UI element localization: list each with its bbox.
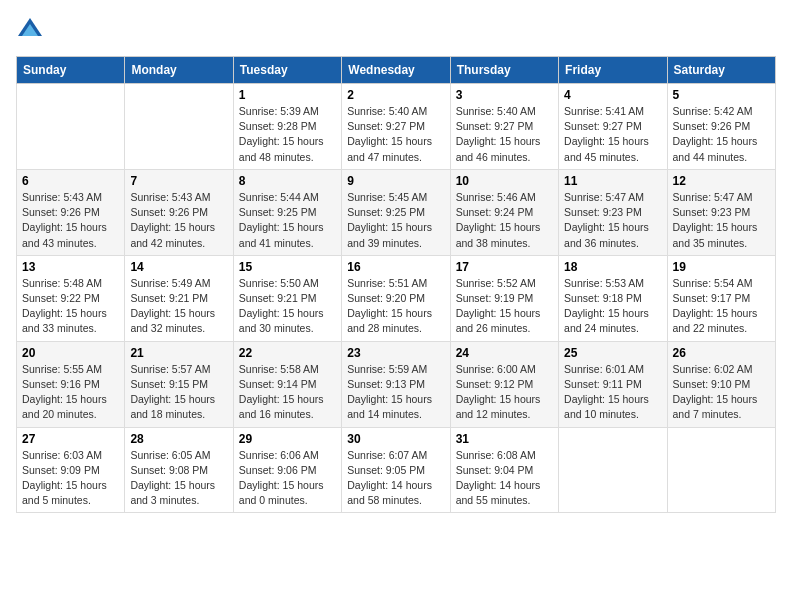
day-info: Sunrise: 5:44 AM Sunset: 9:25 PM Dayligh…: [239, 190, 336, 251]
day-number: 20: [22, 346, 119, 360]
day-info: Sunrise: 5:39 AM Sunset: 9:28 PM Dayligh…: [239, 104, 336, 165]
day-number: 6: [22, 174, 119, 188]
calendar-cell: [559, 427, 667, 513]
day-number: 15: [239, 260, 336, 274]
day-number: 25: [564, 346, 661, 360]
day-info: Sunrise: 5:50 AM Sunset: 9:21 PM Dayligh…: [239, 276, 336, 337]
day-number: 3: [456, 88, 553, 102]
calendar-table: SundayMondayTuesdayWednesdayThursdayFrid…: [16, 56, 776, 513]
day-number: 23: [347, 346, 444, 360]
calendar-cell: 16Sunrise: 5:51 AM Sunset: 9:20 PM Dayli…: [342, 255, 450, 341]
day-info: Sunrise: 6:00 AM Sunset: 9:12 PM Dayligh…: [456, 362, 553, 423]
day-info: Sunrise: 5:59 AM Sunset: 9:13 PM Dayligh…: [347, 362, 444, 423]
calendar-cell: 21Sunrise: 5:57 AM Sunset: 9:15 PM Dayli…: [125, 341, 233, 427]
calendar-cell: 3Sunrise: 5:40 AM Sunset: 9:27 PM Daylig…: [450, 84, 558, 170]
day-number: 8: [239, 174, 336, 188]
day-number: 24: [456, 346, 553, 360]
day-info: Sunrise: 5:46 AM Sunset: 9:24 PM Dayligh…: [456, 190, 553, 251]
calendar-cell: 29Sunrise: 6:06 AM Sunset: 9:06 PM Dayli…: [233, 427, 341, 513]
page-header: [16, 16, 776, 44]
day-number: 16: [347, 260, 444, 274]
day-number: 11: [564, 174, 661, 188]
day-info: Sunrise: 5:47 AM Sunset: 9:23 PM Dayligh…: [564, 190, 661, 251]
calendar-cell: 30Sunrise: 6:07 AM Sunset: 9:05 PM Dayli…: [342, 427, 450, 513]
day-of-week-header: Saturday: [667, 57, 775, 84]
day-number: 31: [456, 432, 553, 446]
calendar-cell: 31Sunrise: 6:08 AM Sunset: 9:04 PM Dayli…: [450, 427, 558, 513]
day-number: 29: [239, 432, 336, 446]
day-number: 19: [673, 260, 770, 274]
day-number: 17: [456, 260, 553, 274]
day-info: Sunrise: 6:07 AM Sunset: 9:05 PM Dayligh…: [347, 448, 444, 509]
day-number: 27: [22, 432, 119, 446]
day-info: Sunrise: 6:06 AM Sunset: 9:06 PM Dayligh…: [239, 448, 336, 509]
day-number: 28: [130, 432, 227, 446]
calendar-cell: 6Sunrise: 5:43 AM Sunset: 9:26 PM Daylig…: [17, 169, 125, 255]
day-info: Sunrise: 5:57 AM Sunset: 9:15 PM Dayligh…: [130, 362, 227, 423]
day-number: 2: [347, 88, 444, 102]
calendar-cell: 4Sunrise: 5:41 AM Sunset: 9:27 PM Daylig…: [559, 84, 667, 170]
day-info: Sunrise: 5:40 AM Sunset: 9:27 PM Dayligh…: [456, 104, 553, 165]
calendar-cell: [125, 84, 233, 170]
calendar-cell: 26Sunrise: 6:02 AM Sunset: 9:10 PM Dayli…: [667, 341, 775, 427]
day-number: 10: [456, 174, 553, 188]
day-info: Sunrise: 6:01 AM Sunset: 9:11 PM Dayligh…: [564, 362, 661, 423]
calendar-cell: 27Sunrise: 6:03 AM Sunset: 9:09 PM Dayli…: [17, 427, 125, 513]
day-of-week-header: Monday: [125, 57, 233, 84]
day-info: Sunrise: 6:02 AM Sunset: 9:10 PM Dayligh…: [673, 362, 770, 423]
day-info: Sunrise: 5:55 AM Sunset: 9:16 PM Dayligh…: [22, 362, 119, 423]
day-info: Sunrise: 6:08 AM Sunset: 9:04 PM Dayligh…: [456, 448, 553, 509]
calendar-cell: 17Sunrise: 5:52 AM Sunset: 9:19 PM Dayli…: [450, 255, 558, 341]
day-number: 13: [22, 260, 119, 274]
calendar-week-row: 20Sunrise: 5:55 AM Sunset: 9:16 PM Dayli…: [17, 341, 776, 427]
day-number: 4: [564, 88, 661, 102]
day-number: 21: [130, 346, 227, 360]
calendar-cell: 1Sunrise: 5:39 AM Sunset: 9:28 PM Daylig…: [233, 84, 341, 170]
day-number: 5: [673, 88, 770, 102]
day-info: Sunrise: 6:03 AM Sunset: 9:09 PM Dayligh…: [22, 448, 119, 509]
calendar-week-row: 13Sunrise: 5:48 AM Sunset: 9:22 PM Dayli…: [17, 255, 776, 341]
day-of-week-header: Wednesday: [342, 57, 450, 84]
day-info: Sunrise: 5:52 AM Sunset: 9:19 PM Dayligh…: [456, 276, 553, 337]
calendar-cell: 22Sunrise: 5:58 AM Sunset: 9:14 PM Dayli…: [233, 341, 341, 427]
day-number: 18: [564, 260, 661, 274]
day-info: Sunrise: 5:45 AM Sunset: 9:25 PM Dayligh…: [347, 190, 444, 251]
calendar-cell: 13Sunrise: 5:48 AM Sunset: 9:22 PM Dayli…: [17, 255, 125, 341]
calendar-cell: 8Sunrise: 5:44 AM Sunset: 9:25 PM Daylig…: [233, 169, 341, 255]
day-number: 30: [347, 432, 444, 446]
logo-icon: [16, 16, 44, 44]
day-number: 7: [130, 174, 227, 188]
calendar-cell: 18Sunrise: 5:53 AM Sunset: 9:18 PM Dayli…: [559, 255, 667, 341]
day-info: Sunrise: 5:42 AM Sunset: 9:26 PM Dayligh…: [673, 104, 770, 165]
calendar-cell: 9Sunrise: 5:45 AM Sunset: 9:25 PM Daylig…: [342, 169, 450, 255]
day-info: Sunrise: 5:49 AM Sunset: 9:21 PM Dayligh…: [130, 276, 227, 337]
day-of-week-header: Sunday: [17, 57, 125, 84]
day-info: Sunrise: 5:43 AM Sunset: 9:26 PM Dayligh…: [22, 190, 119, 251]
calendar-cell: [667, 427, 775, 513]
calendar-header-row: SundayMondayTuesdayWednesdayThursdayFrid…: [17, 57, 776, 84]
day-of-week-header: Friday: [559, 57, 667, 84]
calendar-cell: 10Sunrise: 5:46 AM Sunset: 9:24 PM Dayli…: [450, 169, 558, 255]
day-number: 9: [347, 174, 444, 188]
calendar-cell: 28Sunrise: 6:05 AM Sunset: 9:08 PM Dayli…: [125, 427, 233, 513]
day-info: Sunrise: 6:05 AM Sunset: 9:08 PM Dayligh…: [130, 448, 227, 509]
day-number: 14: [130, 260, 227, 274]
calendar-cell: 23Sunrise: 5:59 AM Sunset: 9:13 PM Dayli…: [342, 341, 450, 427]
day-number: 1: [239, 88, 336, 102]
calendar-cell: 12Sunrise: 5:47 AM Sunset: 9:23 PM Dayli…: [667, 169, 775, 255]
day-info: Sunrise: 5:53 AM Sunset: 9:18 PM Dayligh…: [564, 276, 661, 337]
calendar-cell: 5Sunrise: 5:42 AM Sunset: 9:26 PM Daylig…: [667, 84, 775, 170]
calendar-cell: 7Sunrise: 5:43 AM Sunset: 9:26 PM Daylig…: [125, 169, 233, 255]
calendar-cell: [17, 84, 125, 170]
calendar-cell: 2Sunrise: 5:40 AM Sunset: 9:27 PM Daylig…: [342, 84, 450, 170]
logo: [16, 16, 48, 44]
day-info: Sunrise: 5:43 AM Sunset: 9:26 PM Dayligh…: [130, 190, 227, 251]
day-info: Sunrise: 5:54 AM Sunset: 9:17 PM Dayligh…: [673, 276, 770, 337]
calendar-cell: 20Sunrise: 5:55 AM Sunset: 9:16 PM Dayli…: [17, 341, 125, 427]
calendar-cell: 24Sunrise: 6:00 AM Sunset: 9:12 PM Dayli…: [450, 341, 558, 427]
day-info: Sunrise: 5:40 AM Sunset: 9:27 PM Dayligh…: [347, 104, 444, 165]
calendar-cell: 11Sunrise: 5:47 AM Sunset: 9:23 PM Dayli…: [559, 169, 667, 255]
calendar-week-row: 27Sunrise: 6:03 AM Sunset: 9:09 PM Dayli…: [17, 427, 776, 513]
calendar-week-row: 6Sunrise: 5:43 AM Sunset: 9:26 PM Daylig…: [17, 169, 776, 255]
day-number: 22: [239, 346, 336, 360]
